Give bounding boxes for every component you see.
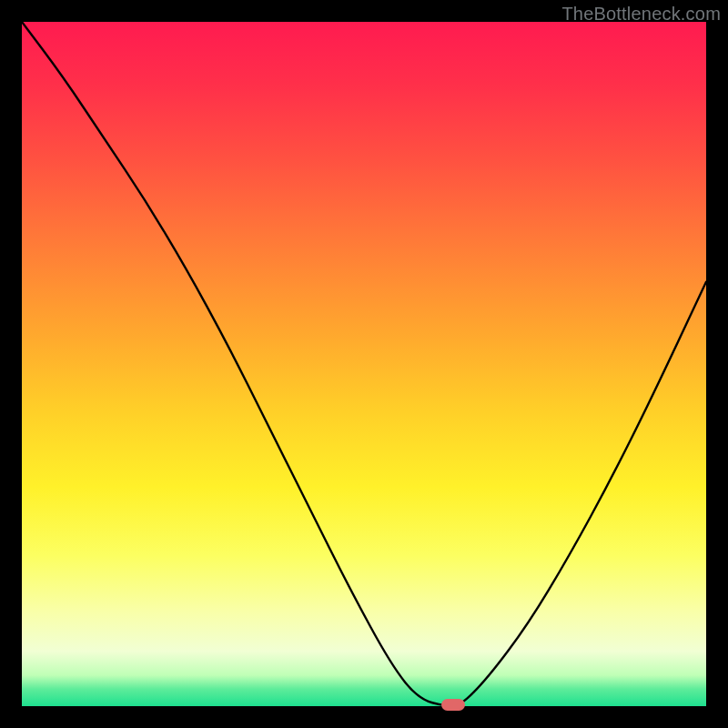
plot-area: [22, 22, 706, 706]
optimal-marker: [441, 699, 465, 711]
chart-frame: TheBottleneck.com: [0, 0, 728, 728]
